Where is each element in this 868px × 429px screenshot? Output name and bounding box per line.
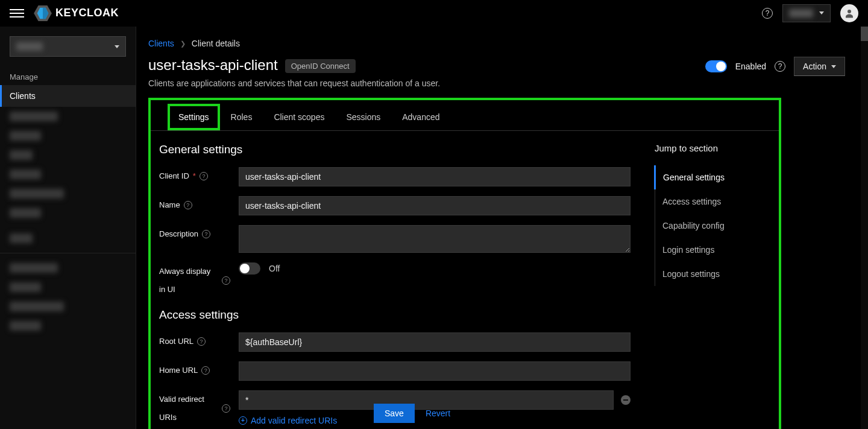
sidebar-item-label: Clients (10, 91, 36, 101)
valid-redirect-label: Valid redirect URIs ? (159, 390, 230, 427)
chevron-down-icon (831, 65, 836, 68)
sidebar-item-obscured[interactable] (0, 278, 136, 297)
chevron-down-icon (115, 45, 119, 48)
description-input[interactable] (239, 225, 631, 253)
avatar[interactable] (840, 4, 858, 22)
realm-name-obscured (16, 42, 43, 51)
save-button[interactable]: Save (374, 404, 415, 423)
chevron-down-icon (819, 11, 824, 14)
user-name-obscured (789, 9, 813, 17)
name-label: Name ? (159, 196, 230, 214)
breadcrumb-separator-icon: ❯ (180, 40, 186, 48)
enabled-help-icon[interactable]: ? (775, 61, 785, 72)
sidebar-item-obscured[interactable] (0, 184, 136, 203)
remove-redirect-button[interactable] (621, 395, 631, 405)
home-url-label: Home URL ? (159, 361, 230, 380)
action-dropdown[interactable]: Action (794, 57, 845, 76)
always-display-help-icon[interactable]: ? (222, 276, 230, 285)
revert-button[interactable]: Revert (426, 404, 450, 423)
sidebar-item-obscured[interactable] (0, 316, 136, 335)
enabled-label: Enabled (735, 62, 766, 71)
tab-sessions[interactable]: Sessions (335, 104, 391, 130)
nav-section-manage: Manage (0, 66, 136, 85)
jump-link-general[interactable]: General settings (654, 165, 762, 189)
tabs: Settings Roles Client scopes Sessions Ad… (151, 100, 779, 131)
page-title: user-tasks-api-client (148, 57, 278, 74)
jump-link-capability[interactable]: Capability config (655, 214, 762, 238)
tab-advanced[interactable]: Advanced (391, 104, 450, 130)
sidebar: Manage Clients (0, 27, 136, 429)
jump-link-access[interactable]: Access settings (655, 189, 762, 214)
required-indicator: * (193, 167, 196, 185)
always-display-label: Always display in UI ? (159, 262, 230, 299)
valid-redirect-help-icon[interactable]: ? (222, 404, 230, 413)
client-id-help-icon[interactable]: ? (200, 172, 208, 180)
sidebar-item-obscured[interactable] (0, 145, 136, 165)
realm-selector[interactable] (10, 36, 126, 57)
protocol-badge: OpenID Connect (285, 59, 356, 73)
highlighted-area: Settings Roles Client scopes Sessions Ad… (148, 98, 781, 429)
user-menu[interactable] (782, 4, 831, 22)
name-input[interactable] (239, 196, 631, 215)
tab-settings[interactable]: Settings (168, 104, 220, 130)
add-redirect-label: Add valid redirect URIs (251, 416, 337, 425)
description-label: Description ? (159, 225, 230, 243)
hamburger-menu[interactable] (10, 6, 24, 21)
page-description: Clients are applications and services th… (148, 78, 868, 88)
description-help-icon[interactable]: ? (202, 230, 210, 238)
sidebar-item-obscured[interactable] (0, 203, 136, 223)
always-display-value: Off (269, 264, 280, 273)
breadcrumb-clients-link[interactable]: Clients (148, 39, 174, 48)
always-display-toggle[interactable] (239, 262, 260, 275)
sidebar-item-obscured[interactable] (0, 258, 136, 278)
jump-section-title: Jump to section (655, 143, 762, 153)
name-help-icon[interactable]: ? (184, 201, 192, 209)
home-url-input[interactable] (239, 361, 631, 381)
scrollbar-thumb[interactable] (861, 27, 868, 41)
client-id-input[interactable] (239, 167, 631, 186)
root-url-input[interactable] (239, 332, 631, 352)
jump-link-logout[interactable]: Logout settings (655, 262, 762, 286)
keycloak-icon (34, 5, 52, 21)
sidebar-item-obscured[interactable] (0, 229, 136, 248)
jump-link-login[interactable]: Login settings (655, 238, 762, 262)
sidebar-item-obscured[interactable] (0, 126, 136, 145)
brand-logo[interactable]: KEYCLOAK (34, 5, 119, 21)
sidebar-item-clients[interactable]: Clients (0, 85, 136, 107)
user-icon (844, 8, 855, 19)
vertical-scrollbar[interactable] (861, 27, 868, 429)
breadcrumb: Clients ❯ Client details (148, 39, 868, 48)
topbar-help-icon[interactable]: ? (762, 8, 773, 19)
tab-roles[interactable]: Roles (220, 104, 263, 130)
enabled-toggle[interactable] (705, 60, 727, 72)
section-general-title: General settings (159, 143, 631, 156)
tab-client-scopes[interactable]: Client scopes (263, 104, 335, 130)
svg-point-3 (848, 10, 851, 13)
brand-text: KEYCLOAK (55, 7, 119, 19)
root-url-label: Root URL ? (159, 332, 230, 351)
breadcrumb-current: Client details (192, 39, 240, 48)
plus-icon: + (239, 416, 247, 425)
sidebar-item-obscured[interactable] (0, 165, 136, 184)
home-url-help-icon[interactable]: ? (201, 366, 210, 375)
section-access-title: Access settings (159, 308, 631, 322)
sidebar-item-obscured[interactable] (0, 297, 136, 316)
sidebar-item-obscured[interactable] (0, 107, 136, 126)
action-label: Action (803, 62, 826, 71)
client-id-label: Client ID * ? (159, 167, 230, 185)
root-url-help-icon[interactable]: ? (197, 337, 206, 346)
